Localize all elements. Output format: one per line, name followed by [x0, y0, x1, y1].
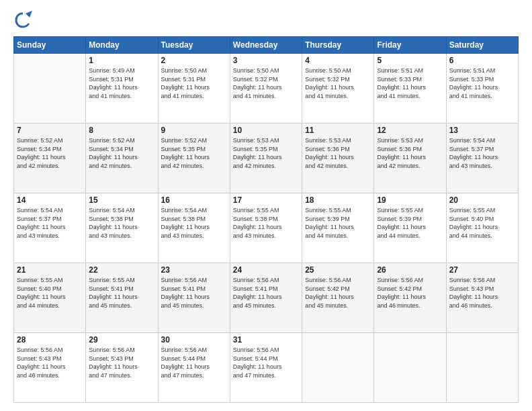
weekday-header: Wednesday: [230, 37, 302, 54]
day-info: Sunrise: 5:55 AM Sunset: 5:39 PM Dayligh…: [305, 206, 371, 240]
day-number: 4: [305, 56, 371, 65]
day-info: Sunrise: 5:53 AM Sunset: 5:36 PM Dayligh…: [377, 136, 443, 170]
calendar-week-row: 28Sunrise: 5:56 AM Sunset: 5:43 PM Dayli…: [14, 333, 519, 403]
day-info: Sunrise: 5:55 AM Sunset: 5:40 PM Dayligh…: [17, 276, 83, 310]
weekday-header: Thursday: [302, 37, 374, 54]
calendar-cell: 30Sunrise: 5:56 AM Sunset: 5:44 PM Dayli…: [158, 333, 230, 403]
calendar-week-row: 21Sunrise: 5:55 AM Sunset: 5:40 PM Dayli…: [14, 263, 519, 333]
day-number: 12: [377, 126, 443, 135]
day-number: 17: [233, 195, 299, 205]
calendar-week-row: 7Sunrise: 5:52 AM Sunset: 5:34 PM Daylig…: [14, 124, 519, 193]
day-number: 19: [377, 195, 443, 205]
day-info: Sunrise: 5:56 AM Sunset: 5:42 PM Dayligh…: [377, 276, 443, 310]
day-info: Sunrise: 5:50 AM Sunset: 5:31 PM Dayligh…: [161, 66, 227, 100]
day-info: Sunrise: 5:54 AM Sunset: 5:38 PM Dayligh…: [89, 206, 154, 240]
calendar-cell: 20Sunrise: 5:55 AM Sunset: 5:40 PM Dayli…: [446, 193, 518, 263]
calendar-cell: 9Sunrise: 5:52 AM Sunset: 5:35 PM Daylig…: [158, 124, 230, 193]
calendar-cell: 4Sunrise: 5:50 AM Sunset: 5:32 PM Daylig…: [302, 54, 374, 124]
day-info: Sunrise: 5:56 AM Sunset: 5:42 PM Dayligh…: [305, 276, 371, 310]
day-info: Sunrise: 5:52 AM Sunset: 5:34 PM Dayligh…: [17, 136, 83, 170]
weekday-header: Tuesday: [158, 37, 230, 54]
calendar-cell: 29Sunrise: 5:56 AM Sunset: 5:43 PM Dayli…: [86, 333, 158, 403]
calendar-week-row: 14Sunrise: 5:54 AM Sunset: 5:37 PM Dayli…: [14, 193, 519, 263]
calendar-cell: 2Sunrise: 5:50 AM Sunset: 5:31 PM Daylig…: [158, 54, 230, 124]
weekday-header: Monday: [86, 37, 158, 54]
calendar-cell: 28Sunrise: 5:56 AM Sunset: 5:43 PM Dayli…: [14, 333, 86, 403]
day-info: Sunrise: 5:51 AM Sunset: 5:33 PM Dayligh…: [377, 66, 443, 100]
page: SundayMondayTuesdayWednesdayThursdayFrid…: [0, 0, 532, 411]
day-number: 26: [377, 265, 443, 275]
day-info: Sunrise: 5:55 AM Sunset: 5:40 PM Dayligh…: [449, 206, 515, 240]
day-number: 13: [449, 126, 515, 135]
calendar-header-row: SundayMondayTuesdayWednesdayThursdayFrid…: [14, 37, 519, 54]
calendar-cell: 11Sunrise: 5:53 AM Sunset: 5:36 PM Dayli…: [302, 124, 374, 193]
day-info: Sunrise: 5:53 AM Sunset: 5:35 PM Dayligh…: [233, 136, 299, 170]
calendar-cell: 26Sunrise: 5:56 AM Sunset: 5:42 PM Dayli…: [374, 263, 446, 333]
day-info: Sunrise: 5:56 AM Sunset: 5:43 PM Dayligh…: [449, 276, 515, 310]
calendar-cell: 23Sunrise: 5:56 AM Sunset: 5:41 PM Dayli…: [158, 263, 230, 333]
calendar-table: SundayMondayTuesdayWednesdayThursdayFrid…: [13, 36, 519, 403]
day-number: 22: [89, 265, 154, 275]
day-number: 3: [233, 56, 299, 65]
calendar-cell: 13Sunrise: 5:54 AM Sunset: 5:37 PM Dayli…: [446, 124, 518, 193]
calendar-cell: 31Sunrise: 5:56 AM Sunset: 5:44 PM Dayli…: [230, 333, 302, 403]
day-info: Sunrise: 5:56 AM Sunset: 5:44 PM Dayligh…: [161, 346, 227, 379]
day-number: 7: [17, 126, 83, 135]
day-number: 23: [161, 265, 227, 275]
calendar-cell: [446, 333, 518, 403]
day-number: 5: [377, 56, 443, 65]
day-info: Sunrise: 5:52 AM Sunset: 5:35 PM Dayligh…: [161, 136, 227, 170]
day-number: 28: [17, 335, 83, 345]
calendar-cell: 7Sunrise: 5:52 AM Sunset: 5:34 PM Daylig…: [14, 124, 86, 193]
day-number: 20: [449, 195, 515, 205]
day-info: Sunrise: 5:56 AM Sunset: 5:43 PM Dayligh…: [89, 346, 154, 379]
day-info: Sunrise: 5:56 AM Sunset: 5:41 PM Dayligh…: [161, 276, 227, 310]
day-number: 29: [89, 335, 154, 345]
day-number: 10: [233, 126, 299, 135]
day-number: 1: [89, 56, 154, 65]
day-number: 11: [305, 126, 371, 135]
day-info: Sunrise: 5:54 AM Sunset: 5:37 PM Dayligh…: [17, 206, 83, 240]
calendar-cell: 5Sunrise: 5:51 AM Sunset: 5:33 PM Daylig…: [374, 54, 446, 124]
day-number: 16: [161, 195, 227, 205]
day-number: 6: [449, 56, 515, 65]
day-number: 30: [161, 335, 227, 345]
day-info: Sunrise: 5:54 AM Sunset: 5:37 PM Dayligh…: [449, 136, 515, 170]
day-number: 14: [17, 195, 83, 205]
calendar-cell: [14, 54, 86, 124]
day-number: 31: [233, 335, 299, 345]
day-number: 21: [17, 265, 83, 275]
day-number: 25: [305, 265, 371, 275]
day-info: Sunrise: 5:54 AM Sunset: 5:38 PM Dayligh…: [161, 206, 227, 240]
calendar-cell: 14Sunrise: 5:54 AM Sunset: 5:37 PM Dayli…: [14, 193, 86, 263]
day-number: 9: [161, 126, 227, 135]
day-info: Sunrise: 5:50 AM Sunset: 5:32 PM Dayligh…: [305, 66, 371, 100]
weekday-header: Saturday: [446, 37, 518, 54]
calendar-cell: 10Sunrise: 5:53 AM Sunset: 5:35 PM Dayli…: [230, 124, 302, 193]
day-number: 15: [89, 195, 154, 205]
calendar-cell: 18Sunrise: 5:55 AM Sunset: 5:39 PM Dayli…: [302, 193, 374, 263]
day-info: Sunrise: 5:52 AM Sunset: 5:34 PM Dayligh…: [89, 136, 154, 170]
calendar-cell: 22Sunrise: 5:55 AM Sunset: 5:41 PM Dayli…: [86, 263, 158, 333]
calendar-cell: 27Sunrise: 5:56 AM Sunset: 5:43 PM Dayli…: [446, 263, 518, 333]
calendar-cell: 1Sunrise: 5:49 AM Sunset: 5:31 PM Daylig…: [86, 54, 158, 124]
day-info: Sunrise: 5:56 AM Sunset: 5:41 PM Dayligh…: [233, 276, 299, 310]
day-info: Sunrise: 5:56 AM Sunset: 5:44 PM Dayligh…: [233, 346, 299, 379]
calendar-cell: 12Sunrise: 5:53 AM Sunset: 5:36 PM Dayli…: [374, 124, 446, 193]
day-number: 18: [305, 195, 371, 205]
calendar-cell: 6Sunrise: 5:51 AM Sunset: 5:33 PM Daylig…: [446, 54, 518, 124]
calendar-cell: 15Sunrise: 5:54 AM Sunset: 5:38 PM Dayli…: [86, 193, 158, 263]
day-info: Sunrise: 5:53 AM Sunset: 5:36 PM Dayligh…: [305, 136, 371, 170]
header: [13, 11, 519, 30]
calendar-cell: 21Sunrise: 5:55 AM Sunset: 5:40 PM Dayli…: [14, 263, 86, 333]
calendar-week-row: 1Sunrise: 5:49 AM Sunset: 5:31 PM Daylig…: [14, 54, 519, 124]
calendar-cell: [374, 333, 446, 403]
weekday-header: Friday: [374, 37, 446, 54]
day-info: Sunrise: 5:50 AM Sunset: 5:32 PM Dayligh…: [233, 66, 299, 100]
day-info: Sunrise: 5:49 AM Sunset: 5:31 PM Dayligh…: [89, 66, 154, 100]
day-number: 27: [449, 265, 515, 275]
logo-icon: [13, 11, 32, 30]
day-number: 2: [161, 56, 227, 65]
day-number: 8: [89, 126, 154, 135]
day-info: Sunrise: 5:51 AM Sunset: 5:33 PM Dayligh…: [449, 66, 515, 100]
